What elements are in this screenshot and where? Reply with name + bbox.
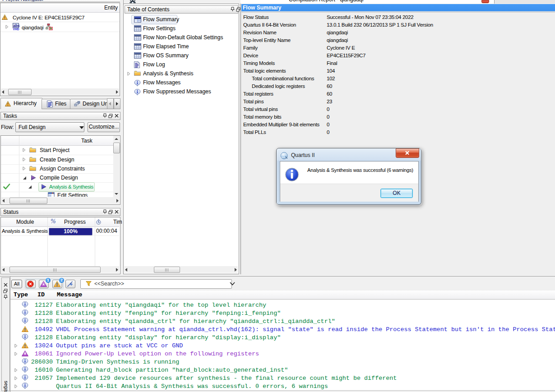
svg-text:VHD: VHD xyxy=(13,28,19,30)
